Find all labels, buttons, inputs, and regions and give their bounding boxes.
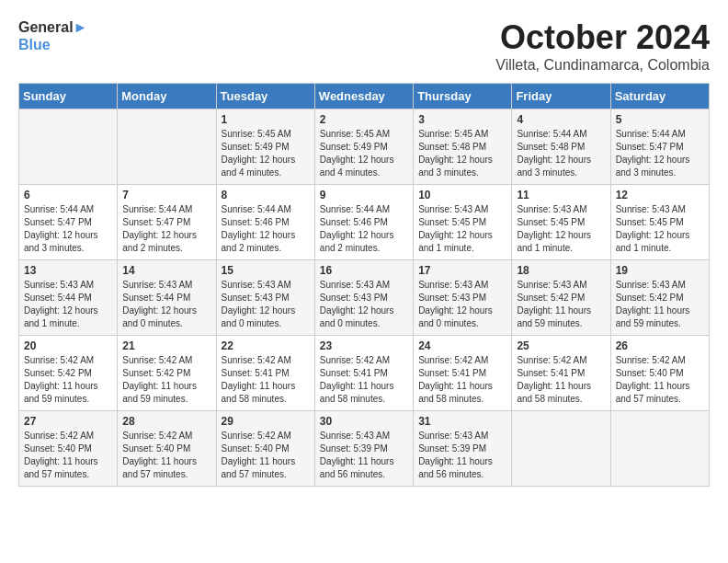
calendar-cell: 13Sunrise: 5:43 AM Sunset: 5:44 PM Dayli… (19, 260, 118, 336)
day-number: 20 (24, 339, 112, 352)
weekday-header-thursday: Thursday (414, 84, 512, 109)
calendar-cell: 19Sunrise: 5:43 AM Sunset: 5:42 PM Dayli… (610, 260, 709, 336)
day-number: 31 (418, 415, 506, 428)
day-info: Sunrise: 5:43 AM Sunset: 5:44 PM Dayligh… (122, 279, 210, 330)
day-info: Sunrise: 5:44 AM Sunset: 5:47 PM Dayligh… (122, 203, 210, 255)
weekday-header-friday: Friday (512, 84, 610, 109)
calendar-cell: 10Sunrise: 5:43 AM Sunset: 5:45 PM Dayli… (414, 185, 512, 260)
day-number: 5 (616, 113, 704, 126)
day-number: 7 (122, 189, 210, 201)
day-info: Sunrise: 5:43 AM Sunset: 5:44 PM Dayligh… (24, 279, 112, 330)
day-info: Sunrise: 5:43 AM Sunset: 5:43 PM Dayligh… (320, 279, 408, 330)
day-number: 29 (222, 415, 310, 428)
day-number: 27 (24, 415, 112, 428)
day-number: 26 (616, 339, 704, 352)
day-info: Sunrise: 5:42 AM Sunset: 5:40 PM Dayligh… (616, 354, 704, 406)
calendar-week-row: 1Sunrise: 5:45 AM Sunset: 5:49 PM Daylig… (19, 109, 710, 185)
day-number: 12 (616, 189, 704, 201)
day-info: Sunrise: 5:42 AM Sunset: 5:41 PM Dayligh… (320, 354, 408, 406)
day-number: 28 (122, 415, 210, 428)
calendar-cell: 25Sunrise: 5:42 AM Sunset: 5:41 PM Dayli… (512, 336, 610, 411)
day-info: Sunrise: 5:43 AM Sunset: 5:43 PM Dayligh… (418, 279, 506, 330)
calendar-location: Villeta, Cundinamarca, Colombia (495, 57, 710, 74)
calendar-cell (19, 109, 118, 185)
calendar-cell: 6Sunrise: 5:44 AM Sunset: 5:47 PM Daylig… (19, 185, 118, 260)
day-number: 24 (418, 339, 506, 352)
calendar-cell (512, 411, 610, 487)
calendar-cell: 8Sunrise: 5:44 AM Sunset: 5:46 PM Daylig… (216, 185, 314, 260)
weekday-header-saturday: Saturday (610, 84, 709, 109)
day-info: Sunrise: 5:45 AM Sunset: 5:49 PM Dayligh… (320, 128, 408, 179)
calendar-cell: 11Sunrise: 5:43 AM Sunset: 5:45 PM Dayli… (512, 185, 610, 260)
day-number: 2 (320, 113, 408, 126)
calendar-cell: 14Sunrise: 5:43 AM Sunset: 5:44 PM Dayli… (118, 260, 216, 336)
day-info: Sunrise: 5:43 AM Sunset: 5:42 PM Dayligh… (616, 279, 704, 330)
calendar-table: SundayMondayTuesdayWednesdayThursdayFrid… (18, 83, 710, 487)
weekday-header-wednesday: Wednesday (314, 84, 413, 109)
calendar-cell: 12Sunrise: 5:43 AM Sunset: 5:45 PM Dayli… (610, 185, 709, 260)
weekday-header-monday: Monday (118, 84, 216, 109)
day-info: Sunrise: 5:44 AM Sunset: 5:46 PM Dayligh… (320, 203, 408, 255)
day-number: 4 (517, 113, 605, 126)
day-info: Sunrise: 5:42 AM Sunset: 5:41 PM Dayligh… (418, 354, 506, 406)
calendar-cell: 31Sunrise: 5:43 AM Sunset: 5:39 PM Dayli… (414, 411, 512, 487)
day-number: 17 (418, 264, 506, 277)
calendar-cell: 30Sunrise: 5:43 AM Sunset: 5:39 PM Dayli… (314, 411, 413, 487)
calendar-cell: 4Sunrise: 5:44 AM Sunset: 5:48 PM Daylig… (512, 109, 610, 185)
day-info: Sunrise: 5:43 AM Sunset: 5:39 PM Dayligh… (320, 430, 408, 481)
calendar-cell: 18Sunrise: 5:43 AM Sunset: 5:42 PM Dayli… (512, 260, 610, 336)
calendar-cell: 15Sunrise: 5:43 AM Sunset: 5:43 PM Dayli… (216, 260, 314, 336)
day-number: 18 (517, 264, 605, 277)
title-block: October 2024 Villeta, Cundinamarca, Colo… (495, 18, 710, 74)
day-number: 22 (222, 339, 310, 352)
calendar-cell: 2Sunrise: 5:45 AM Sunset: 5:49 PM Daylig… (314, 109, 413, 185)
calendar-cell: 21Sunrise: 5:42 AM Sunset: 5:42 PM Dayli… (118, 336, 216, 411)
weekday-header-sunday: Sunday (19, 84, 118, 109)
day-info: Sunrise: 5:42 AM Sunset: 5:42 PM Dayligh… (24, 354, 112, 406)
day-info: Sunrise: 5:44 AM Sunset: 5:48 PM Dayligh… (517, 128, 605, 179)
calendar-cell: 20Sunrise: 5:42 AM Sunset: 5:42 PM Dayli… (19, 336, 118, 411)
calendar-cell: 29Sunrise: 5:42 AM Sunset: 5:40 PM Dayli… (216, 411, 314, 487)
day-number: 21 (122, 339, 210, 352)
calendar-week-row: 6Sunrise: 5:44 AM Sunset: 5:47 PM Daylig… (19, 185, 710, 260)
calendar-cell: 22Sunrise: 5:42 AM Sunset: 5:41 PM Dayli… (216, 336, 314, 411)
calendar-cell: 24Sunrise: 5:42 AM Sunset: 5:41 PM Dayli… (414, 336, 512, 411)
calendar-cell: 26Sunrise: 5:42 AM Sunset: 5:40 PM Dayli… (610, 336, 709, 411)
day-number: 30 (320, 415, 408, 428)
day-info: Sunrise: 5:44 AM Sunset: 5:46 PM Dayligh… (222, 203, 310, 255)
calendar-cell: 28Sunrise: 5:42 AM Sunset: 5:40 PM Dayli… (118, 411, 216, 487)
calendar-week-row: 13Sunrise: 5:43 AM Sunset: 5:44 PM Dayli… (19, 260, 710, 336)
calendar-cell (118, 109, 216, 185)
day-number: 10 (418, 189, 506, 201)
day-info: Sunrise: 5:42 AM Sunset: 5:41 PM Dayligh… (517, 354, 605, 406)
calendar-cell: 1Sunrise: 5:45 AM Sunset: 5:49 PM Daylig… (216, 109, 314, 185)
calendar-cell: 9Sunrise: 5:44 AM Sunset: 5:46 PM Daylig… (314, 185, 413, 260)
day-number: 6 (24, 189, 112, 201)
day-info: Sunrise: 5:43 AM Sunset: 5:45 PM Dayligh… (616, 203, 704, 255)
day-number: 11 (517, 189, 605, 201)
day-number: 16 (320, 264, 408, 277)
calendar-cell: 17Sunrise: 5:43 AM Sunset: 5:43 PM Dayli… (414, 260, 512, 336)
day-info: Sunrise: 5:42 AM Sunset: 5:40 PM Dayligh… (122, 430, 210, 481)
day-number: 1 (222, 113, 310, 126)
day-number: 25 (517, 339, 605, 352)
day-info: Sunrise: 5:43 AM Sunset: 5:43 PM Dayligh… (222, 279, 310, 330)
calendar-cell: 16Sunrise: 5:43 AM Sunset: 5:43 PM Dayli… (314, 260, 413, 336)
day-number: 8 (222, 189, 310, 201)
day-info: Sunrise: 5:43 AM Sunset: 5:45 PM Dayligh… (517, 203, 605, 255)
day-info: Sunrise: 5:43 AM Sunset: 5:39 PM Dayligh… (418, 430, 506, 481)
day-info: Sunrise: 5:43 AM Sunset: 5:45 PM Dayligh… (418, 203, 506, 255)
day-info: Sunrise: 5:44 AM Sunset: 5:47 PM Dayligh… (616, 128, 704, 179)
logo: General► Blue (18, 18, 87, 53)
calendar-week-row: 27Sunrise: 5:42 AM Sunset: 5:40 PM Dayli… (19, 411, 710, 487)
day-number: 23 (320, 339, 408, 352)
day-info: Sunrise: 5:42 AM Sunset: 5:40 PM Dayligh… (222, 430, 310, 481)
day-info: Sunrise: 5:44 AM Sunset: 5:47 PM Dayligh… (24, 203, 112, 255)
day-info: Sunrise: 5:43 AM Sunset: 5:42 PM Dayligh… (517, 279, 605, 330)
calendar-cell: 5Sunrise: 5:44 AM Sunset: 5:47 PM Daylig… (610, 109, 709, 185)
weekday-header-row: SundayMondayTuesdayWednesdayThursdayFrid… (19, 84, 710, 109)
calendar-cell: 3Sunrise: 5:45 AM Sunset: 5:48 PM Daylig… (414, 109, 512, 185)
calendar-cell: 27Sunrise: 5:42 AM Sunset: 5:40 PM Dayli… (19, 411, 118, 487)
day-number: 14 (122, 264, 210, 277)
page-header: General► Blue October 2024 Villeta, Cund… (18, 18, 710, 74)
